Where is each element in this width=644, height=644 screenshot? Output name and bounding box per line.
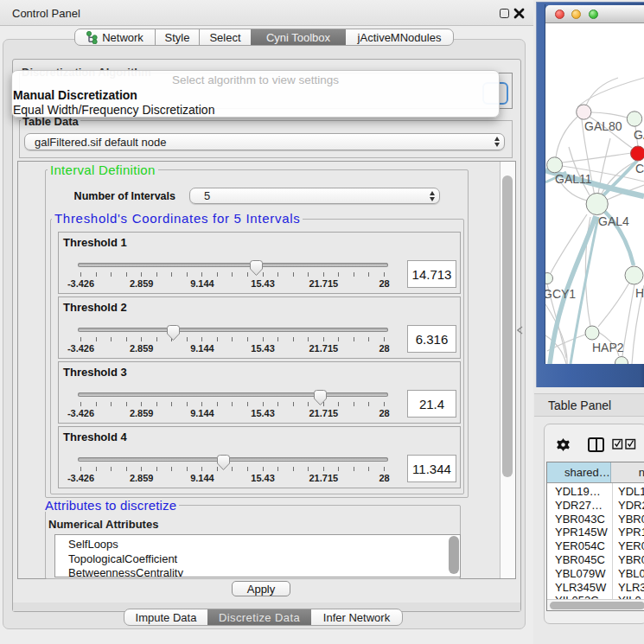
svg-text:GCY1: GCY1 [545, 287, 576, 301]
svg-text:GAL11: GAL11 [555, 172, 592, 186]
svg-text:GAL80: GAL80 [584, 119, 622, 133]
svg-text:H: H [635, 286, 644, 300]
svg-text:HAP2: HAP2 [592, 341, 624, 354]
svg-text:GA: GA [634, 128, 644, 142]
svg-text:C: C [635, 162, 644, 175]
svg-text:GAL4: GAL4 [598, 214, 629, 228]
